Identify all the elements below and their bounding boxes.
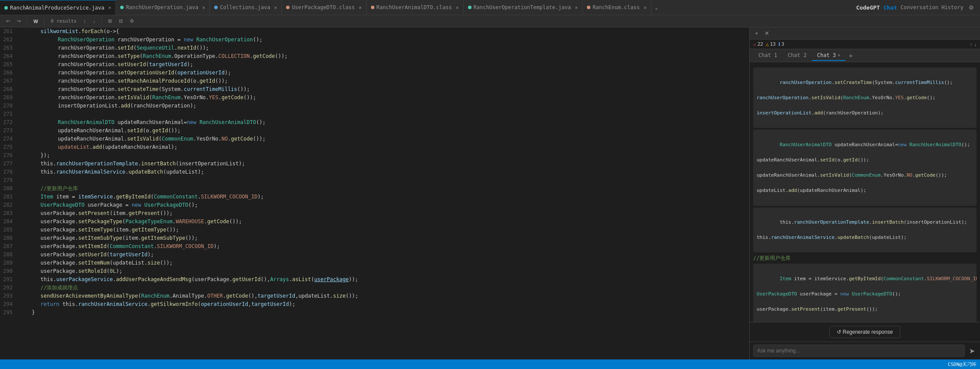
line-num-284: 284 [0, 218, 16, 226]
undo-btn[interactable]: ↩ [3, 17, 13, 25]
code-editor-panel: 261 262 263 264 265 266 267 268 269 270 … [0, 27, 749, 359]
tab-close-icon[interactable]: ✕ [274, 5, 277, 10]
code-line-273: updateRanchUserAnimal.setId(o.getId()); [23, 127, 749, 135]
settings2-btn[interactable]: ⚙ [127, 17, 137, 25]
line-num-265: 265 [0, 60, 16, 69]
tab-ranchenum[interactable]: RanchEnum.class ✕ [583, 0, 651, 15]
wrap-btn[interactable]: ⊟ [116, 17, 125, 25]
line-num-275: 275 [0, 143, 16, 151]
panel-close-btn[interactable]: ✕ [763, 29, 771, 37]
line-num-266: 266 [0, 69, 16, 77]
tab-close-icon[interactable]: ✕ [202, 5, 205, 10]
line-num-269: 269 [0, 94, 16, 102]
error-warning: ⚠ 22 [753, 41, 763, 47]
line-num-283: 283 [0, 209, 16, 218]
scroll-up-btn[interactable]: ↑ [970, 42, 973, 47]
send-btn[interactable]: ➤ [967, 345, 977, 357]
code-line-275: updateList.add(updateRanchUserAnimal); [23, 143, 749, 151]
status-bar: CSDN@天刁咔 [0, 359, 980, 369]
chat-content[interactable]: ranchUserOperation.setCreateTime(System.… [750, 62, 980, 322]
code-line-272: RanchUserAnimalDTO updateRanchUserAnimal… [23, 118, 749, 127]
tab-ranchanimaproduceservice[interactable]: RanchAnimalProduceService.java ✕ [0, 0, 116, 15]
tab-close-icon[interactable]: ✕ [108, 5, 111, 10]
line-num-280: 280 [0, 184, 16, 193]
redo-btn[interactable]: ↪ [14, 17, 24, 25]
code-line-261: silkwormList.forEach(o->{ [23, 27, 749, 36]
chat-header-label: Chat [883, 4, 897, 11]
conversation-history-label[interactable]: Conversation History [901, 4, 964, 10]
code-line-289: userPackage.setItemNum(updateList.size()… [23, 259, 749, 267]
ask-input[interactable] [753, 345, 965, 357]
line-num-295: 295 [0, 309, 16, 317]
code-line-265: ranchUserOperation.setUserId(targetUserI… [23, 60, 749, 69]
chat-tab-1[interactable]: Chat 1 [753, 50, 782, 61]
bold-btn[interactable]: W [31, 18, 40, 25]
tab-dot [120, 6, 124, 9]
line-num-276: 276 [0, 151, 16, 160]
tab-close-icon[interactable]: ✕ [359, 5, 362, 10]
tab-close-icon[interactable]: ✕ [644, 5, 647, 10]
chat-code-block-1: ranchUserOperation.setCreateTime(System.… [753, 67, 977, 128]
tab-ranchuseranimaldto[interactable]: RanchUserAnimalDTO.class ✕ [367, 0, 464, 15]
code-line-268: ranchUserOperation.setCreateTime(System.… [23, 85, 749, 94]
input-bar: ➤ [750, 342, 980, 359]
chat-comment-update: //更新用户仓库 [753, 254, 977, 262]
chat-code-block-3: this.ranchUserOperationTemplate.insertBa… [753, 208, 977, 253]
settings-icon-btn[interactable]: ⚙ [967, 3, 976, 12]
tab-overflow-btn[interactable]: ⌄ [651, 4, 661, 10]
code-line-286: userPackage.setItemSubType(item.getItemS… [23, 234, 749, 242]
tab-dot [286, 6, 290, 9]
tab-dot [371, 6, 374, 9]
code-line-291: this.userPackageService.addUserPackageAn… [23, 275, 749, 284]
line-num-272: 272 [0, 118, 16, 127]
code-content[interactable]: silkwormList.forEach(o->{ RanchUserOpera… [20, 27, 749, 359]
line-numbers: 261 262 263 264 265 266 267 268 269 270 … [0, 27, 20, 359]
prev-result-btn[interactable]: ↑ [81, 18, 89, 25]
filter-btn[interactable]: ⊞ [105, 17, 115, 25]
line-num-278: 278 [0, 168, 16, 176]
regenerate-bar: ↺ Regenerate response [750, 322, 980, 342]
tab-label: RanchUserOperationTemplate.java [474, 4, 571, 10]
tab-dot [587, 6, 590, 9]
new-chat-btn[interactable]: + [753, 29, 760, 37]
line-num-279: 279 [0, 176, 16, 184]
tab-collections[interactable]: Collections.java ✕ [210, 0, 282, 15]
line-num-273: 273 [0, 127, 16, 135]
line-num-287: 287 [0, 242, 16, 251]
code-line-284: userPackage.setPackageType(PackageTypeEn… [23, 218, 749, 226]
error-icon: ⚠ [753, 41, 756, 47]
info-warning: ℹ 3 [778, 41, 785, 47]
error-count: 22 [758, 41, 763, 47]
scroll-down-btn[interactable]: ↓ [974, 42, 977, 47]
code-line-287: userPackage.setItemId(CommonConstant.SIL… [23, 242, 749, 251]
tab-dot [468, 6, 471, 9]
code-line-264: ranchUserOperation.setType(RanchEnum.Ope… [23, 52, 749, 60]
status-right-text: CSDN@天刁咔 [948, 361, 977, 368]
tab-ranchuseroperationtemplate[interactable]: RanchUserOperationTemplate.java ✕ [464, 0, 583, 15]
line-num-282: 282 [0, 201, 16, 209]
code-line-294: return this.ranchUserAnimalService.getSi… [23, 300, 749, 309]
toolbar-separator [44, 18, 44, 25]
chat-code-block-4: Item item = itemService.getByItemId(Comm… [753, 264, 977, 322]
code-line-279 [23, 176, 749, 184]
chat-tab-2[interactable]: Chat 2 [782, 50, 812, 61]
code-line-262: RanchUserOperation ranchUserOperation = … [23, 36, 749, 44]
chat-tab-3[interactable]: Chat 3 ✕ [812, 50, 845, 61]
tab-ranchuseroperation[interactable]: RanchUserOperation.java ✕ [116, 0, 210, 15]
line-num-261: 261 [0, 27, 16, 36]
line-num-274: 274 [0, 135, 16, 143]
code-line-283: userPackage.setPresent(item.getPresent()… [23, 209, 749, 218]
tab-close-icon[interactable]: ✕ [575, 5, 578, 10]
chat-tab-3-close[interactable]: ✕ [838, 53, 840, 57]
tab-bar: RanchAnimalProduceService.java ✕ RanchUs… [0, 0, 980, 15]
code-line-285: userPackage.setItemType(item.getItemType… [23, 226, 749, 234]
new-chat-tab-btn[interactable]: + [845, 50, 856, 61]
regenerate-btn[interactable]: ↺ Regenerate response [829, 326, 900, 338]
tab-dot [4, 6, 8, 10]
tab-close-icon[interactable]: ✕ [456, 5, 459, 10]
line-num-267: 267 [0, 77, 16, 85]
chat-tab-3-label: Chat 3 [817, 52, 836, 58]
next-result-btn[interactable]: ↓ [91, 18, 98, 25]
tab-userpackagedto[interactable]: UserPackageDTO.class ✕ [282, 0, 366, 15]
chat-code-block-2: RanchUserAnimalDTO updateRanchUserAnimal… [753, 130, 977, 205]
